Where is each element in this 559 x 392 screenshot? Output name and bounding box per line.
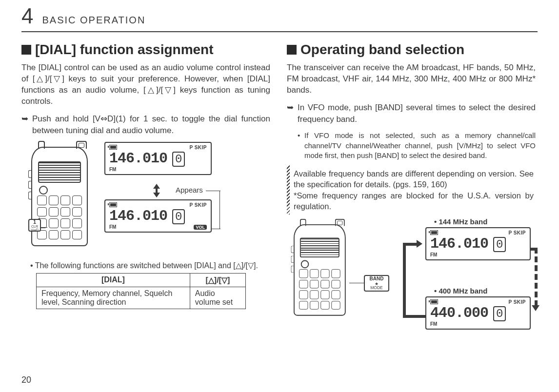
lcd-mode: FM <box>109 167 116 172</box>
table-cell-dial-functions: Frequency, Memory channel, Squelch level… <box>37 287 190 309</box>
lcd-channel: 0 <box>493 237 506 252</box>
band-btn-bottom: MODE <box>370 286 383 290</box>
left-column: [DIAL] function assignment The [DIAL] co… <box>21 42 270 344</box>
pskip-indicator: P SKIP <box>189 145 207 150</box>
square-bullet-icon <box>287 45 297 55</box>
heading-text: Operating band selection <box>300 42 464 57</box>
keypad-label-top: CLR <box>31 225 38 228</box>
lcd-display-400: P SKIP 440.000 0 FM <box>425 296 531 330</box>
left-bullet: ➥ Push and hold [V⇔D](1) for 1 sec. to t… <box>21 113 270 137</box>
chapter-title: BASIC OPERATION <box>42 15 145 26</box>
pskip-indicator: P SKIP <box>189 202 207 208</box>
switch-note: • The following functions are switched b… <box>36 261 270 270</box>
availability-note: Available frequency bands are different … <box>287 165 536 215</box>
left-bullet-text: Push and hold [V⇔D](1) for 1 sec. to tog… <box>32 113 270 137</box>
pskip-indicator: P SKIP <box>508 230 526 235</box>
availability-line1: Available frequency bands are different … <box>294 168 534 190</box>
keypad-number: 1 <box>33 219 36 225</box>
right-bullet-text: In VFO mode, push [BAND] several times t… <box>298 102 536 125</box>
lcd-frequency: 146.010 <box>430 235 488 252</box>
lcd-channel: 0 <box>493 306 506 321</box>
battery-icon <box>109 145 117 150</box>
lcd-mode: FM <box>109 224 116 230</box>
arrow-bullet-icon: ➥ <box>287 102 298 125</box>
lead-paragraph-right: The transceiver can receive the AM broad… <box>287 62 536 96</box>
band-label-400: • 400 MHz band <box>434 287 487 295</box>
lead-paragraph-left: The [DIAL] control can be used as an aud… <box>21 62 270 107</box>
lcd-frequency: 146.010 <box>109 208 167 224</box>
chapter-number: 4 <box>21 4 33 28</box>
lcd-channel: 0 <box>172 152 185 167</box>
right-subnote-text: If VFO mode is not selected, such as a m… <box>304 131 536 160</box>
battery-icon <box>430 299 438 304</box>
right-subnote: • If VFO mode is not selected, such as a… <box>298 131 536 160</box>
band-btn-top: BAND <box>370 276 384 282</box>
pskip-indicator: P SKIP <box>508 299 526 305</box>
heading-text: [DIAL] function assignment <box>35 42 214 57</box>
table-header-dial: [DIAL] <box>37 274 190 287</box>
keypad-label-bottom: V⇔D <box>31 228 39 232</box>
dot-bullet-icon: • <box>298 131 304 160</box>
lcd-display-tuning: P SKIP 146.010 0 FM <box>104 142 212 175</box>
table-cell-updown-functions: Audio volume set <box>190 287 245 309</box>
square-bullet-icon <box>21 45 31 55</box>
radio-illustration <box>294 224 346 316</box>
diagram-dial-toggle: 1 CLR V⇔D P SKIP 146.010 0 FM <box>31 142 265 254</box>
section-heading-dial-assignment: [DIAL] function assignment <box>21 42 270 58</box>
lcd-frequency: 440.000 <box>430 305 488 321</box>
table-header-updown: [△]/[▽] <box>190 274 245 287</box>
right-column: Operating band selection The transceiver… <box>287 42 536 344</box>
appears-label: Appears <box>176 186 203 194</box>
vol-indicator: VOL <box>194 225 207 230</box>
page-number: 20 <box>21 375 31 385</box>
lcd-display-volume: P SKIP 146.010 0 FM VOL <box>104 199 212 233</box>
right-bullet: ➥ In VFO mode, push [BAND] several times… <box>287 102 536 125</box>
lcd-channel: 0 <box>172 209 185 224</box>
battery-icon <box>430 230 438 235</box>
lcd-display-144: P SKIP 146.010 0 FM <box>425 227 531 260</box>
availability-line2: *Some frequency ranges are blocked for t… <box>294 190 534 212</box>
keypad-callout: 1 CLR V⇔D <box>28 219 41 232</box>
section-heading-band-selection: Operating band selection <box>287 42 536 58</box>
band-label-144: • 144 MHz band <box>434 217 487 226</box>
lcd-mode: FM <box>430 321 437 327</box>
diagram-band-selection: BAND ★ MODE • 144 MHz band P SKIP 146.01… <box>287 217 540 344</box>
toggle-arrow-icon <box>153 184 160 197</box>
dial-switch-table: [DIAL] [△]/[▽] Frequency, Memory channel… <box>36 273 246 309</box>
arrow-bullet-icon: ➥ <box>21 113 32 137</box>
page-header: 4 BASIC OPERATION <box>21 0 538 32</box>
battery-icon <box>109 202 117 207</box>
band-keypad-callout: BAND ★ MODE <box>364 275 389 292</box>
lcd-mode: FM <box>430 252 437 257</box>
lcd-frequency: 146.010 <box>109 150 167 167</box>
